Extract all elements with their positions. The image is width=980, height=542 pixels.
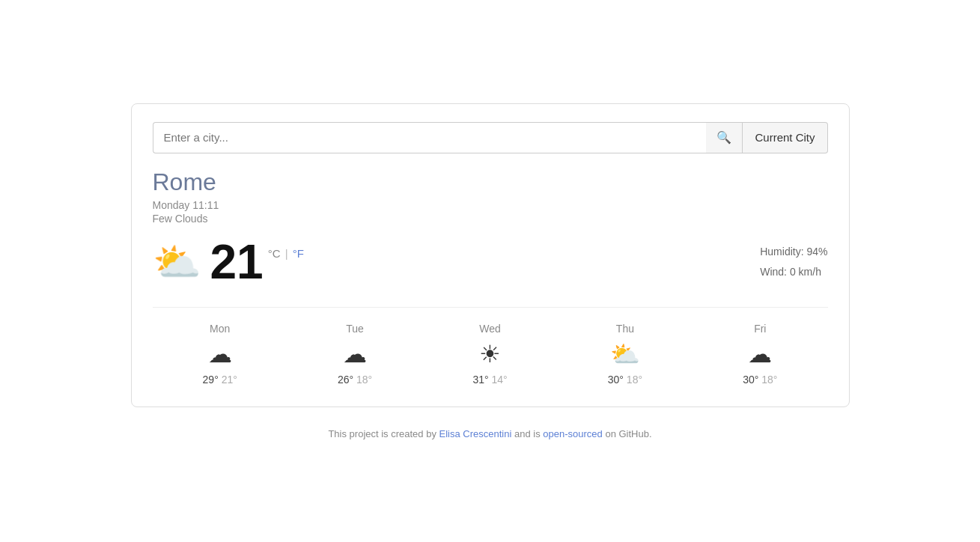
wind-val: 0 km/h [790,266,821,278]
forecast-label: Thu [616,323,634,335]
forecast-icon: ☁ [208,342,232,366]
humidity-label: Humidity: [760,246,803,258]
wind-row: Wind: 0 km/h [760,262,827,282]
forecast-temps: 30° 18° [608,374,642,386]
forecast-label: Tue [346,323,364,335]
forecast-label: Wed [479,323,501,335]
current-weather-row: ⛅ 21 °C | °F Humidity: 94% Wind: 0 km/h [153,238,828,286]
forecast-high: 29° [203,374,219,386]
forecast-icon: ☀ [479,342,501,366]
forecast-day-mon: Mon☁29° 21° [153,323,287,386]
footer-author-link[interactable]: Elisa Crescentini [439,428,512,439]
wind-label: Wind: [760,266,787,278]
unit-toggle: °C | °F [268,247,304,260]
city-name: Rome [153,168,828,196]
forecast-temps: 31° 14° [472,374,507,386]
footer-text-before: This project is created by [328,428,439,439]
temperature-display: 21 [210,238,264,286]
forecast-day-fri: Fri☁30° 18° [693,323,827,386]
footer-text-middle: and is [511,428,543,439]
forecast-temps: 26° 18° [338,374,372,386]
forecast-label: Mon [210,323,230,335]
forecast-day-thu: Thu⛅30° 18° [558,323,693,386]
humidity-row: Humidity: 94% [760,242,827,262]
forecast-day-wed: Wed☀31° 14° [422,323,557,386]
condition-text: Few Clouds [153,213,828,225]
forecast-temps: 30° 18° [743,374,777,386]
footer: This project is created by Elisa Crescen… [328,428,651,439]
forecast-high: 30° [743,374,758,386]
search-icon: 🔍 [716,130,731,144]
forecast-day-tue: Tue☁26° 18° [287,323,422,386]
forecast-low: 18° [627,374,642,386]
forecast-high: 26° [338,374,353,386]
search-button[interactable]: 🔍 [706,122,743,153]
footer-text-after: on GitHub. [603,428,652,439]
forecast-row: Mon☁29° 21°Tue☁26° 18°Wed☀31° 14°Thu⛅30°… [153,307,828,386]
forecast-high: 31° [472,374,488,386]
forecast-high: 30° [608,374,624,386]
forecast-temps: 29° 21° [203,374,237,386]
forecast-low: 18° [761,374,777,386]
forecast-label: Fri [754,323,766,335]
unit-separator: | [285,247,288,260]
footer-opensource-link[interactable]: open-sourced [543,428,603,439]
search-input[interactable] [153,122,707,153]
unit-fahrenheit[interactable]: °F [293,247,304,260]
forecast-icon: ☁ [748,342,772,366]
current-city-button[interactable]: Current City [743,122,827,153]
weather-card: 🔍 Current City Rome Monday 11:11 Few Clo… [131,103,850,407]
search-row: 🔍 Current City [153,122,828,153]
current-weather-icon: ⛅ [153,243,201,281]
forecast-low: 21° [222,374,237,386]
humidity-wind-panel: Humidity: 94% Wind: 0 km/h [760,242,827,281]
humidity-val: 94% [806,246,827,258]
unit-celsius[interactable]: °C [268,247,281,260]
forecast-low: 14° [491,374,507,386]
date-time: Monday 11:11 [153,199,828,211]
forecast-icon: ☁ [343,342,367,366]
forecast-icon: ⛅ [610,342,640,366]
forecast-low: 18° [356,374,372,386]
